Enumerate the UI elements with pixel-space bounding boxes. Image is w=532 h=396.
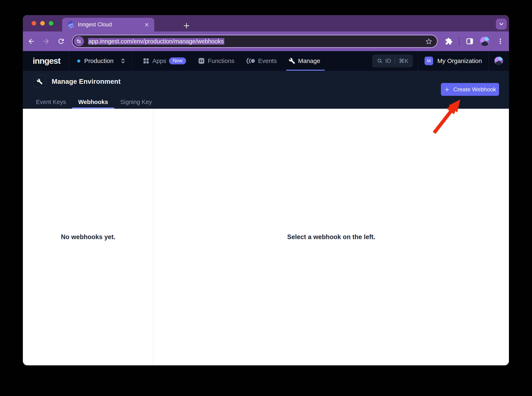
minimize-window-button[interactable] bbox=[40, 21, 45, 26]
tab-event-keys[interactable]: Event Keys bbox=[30, 95, 72, 109]
create-webhook-label: Create Webhook bbox=[453, 86, 496, 93]
nav-item-manage[interactable]: Manage bbox=[289, 51, 320, 71]
organization-menu[interactable]: M My Organization bbox=[418, 57, 488, 65]
manage-tabs: Event Keys Webhooks Signing Key bbox=[30, 95, 158, 109]
nav-divider bbox=[132, 51, 133, 71]
environment-status-dot bbox=[77, 59, 80, 63]
tab-close-button[interactable] bbox=[144, 22, 150, 28]
tab-label: Signing Key bbox=[120, 99, 152, 105]
browser-window: Inngest Cloud bbox=[23, 15, 509, 365]
browser-tab-title: Inngest Cloud bbox=[78, 22, 144, 28]
organization-name: My Organization bbox=[437, 58, 482, 64]
nav-item-label: Manage bbox=[298, 58, 320, 64]
tab-signing-key[interactable]: Signing Key bbox=[114, 95, 158, 109]
side-panel-button[interactable] bbox=[465, 37, 474, 46]
address-bar[interactable]: app.inngest.com/env/production/manage/we… bbox=[72, 35, 438, 48]
url-selected-text: app.inngest.com/env/production/manage/we… bbox=[88, 38, 224, 45]
nav-divider bbox=[488, 51, 489, 71]
browser-tab-strip: Inngest Cloud bbox=[23, 15, 509, 31]
browser-profile-avatar[interactable] bbox=[480, 37, 490, 46]
back-button[interactable] bbox=[27, 37, 36, 46]
wrench-icon bbox=[289, 58, 295, 64]
search-icon bbox=[377, 58, 383, 64]
site-settings-button[interactable] bbox=[74, 36, 84, 47]
side-panel-icon bbox=[466, 37, 474, 45]
toolbar-right-actions bbox=[444, 37, 505, 46]
close-window-button[interactable] bbox=[32, 21, 36, 26]
apps-grid-icon bbox=[143, 58, 150, 64]
forward-arrow-icon bbox=[42, 37, 50, 45]
url-field[interactable]: app.inngest.com/env/production/manage/we… bbox=[88, 38, 425, 45]
nav-right-group: ID ⌘K M My Organization bbox=[372, 51, 509, 71]
page-title: Manage Environment bbox=[52, 78, 121, 85]
page-icon-box bbox=[33, 75, 46, 88]
reload-icon bbox=[57, 37, 65, 45]
close-icon bbox=[144, 22, 149, 27]
plus-icon bbox=[183, 22, 190, 29]
browser-toolbar: app.inngest.com/env/production/manage/we… bbox=[23, 31, 509, 51]
manage-environment-header: Manage Environment Event Keys Webhooks S… bbox=[23, 71, 509, 109]
wrench-icon bbox=[37, 78, 43, 85]
inngest-logo[interactable]: inngest bbox=[33, 56, 60, 66]
environment-name: Production bbox=[84, 58, 113, 64]
tab-webhooks[interactable]: Webhooks bbox=[72, 95, 114, 109]
puzzle-icon bbox=[445, 37, 453, 45]
bookmark-button[interactable] bbox=[425, 37, 433, 45]
create-webhook-button[interactable]: Create Webhook bbox=[441, 83, 499, 96]
zoom-window-button[interactable] bbox=[49, 21, 53, 26]
organization-badge: M bbox=[425, 57, 433, 65]
forward-button[interactable] bbox=[41, 37, 51, 46]
webhook-detail-empty-message: Select a webhook on the left. bbox=[287, 233, 375, 241]
inngest-favicon-icon bbox=[67, 21, 74, 29]
webhooks-empty-message: No webhooks yet. bbox=[61, 233, 116, 241]
nav-item-apps[interactable]: Apps New bbox=[143, 51, 186, 71]
tune-icon bbox=[76, 38, 82, 44]
search-divider bbox=[395, 58, 395, 64]
three-dot-menu-icon bbox=[497, 38, 504, 45]
toolbar-divider bbox=[459, 37, 460, 46]
browser-tab[interactable]: Inngest Cloud bbox=[62, 18, 154, 31]
webhook-detail-pane: Select a webhook on the left. bbox=[154, 109, 509, 365]
environment-selector[interactable]: Production bbox=[69, 58, 132, 64]
nav-item-functions[interactable]: Functions bbox=[198, 51, 234, 71]
new-tab-button[interactable] bbox=[182, 21, 191, 30]
tab-search-button[interactable] bbox=[496, 19, 507, 30]
webhooks-list-pane: No webhooks yet. bbox=[23, 109, 154, 365]
browser-menu-button[interactable] bbox=[496, 37, 505, 46]
active-tab-underline bbox=[72, 107, 114, 109]
tab-label: Event Keys bbox=[36, 99, 66, 105]
chevron-down-icon bbox=[498, 21, 504, 27]
star-icon bbox=[425, 38, 433, 45]
tab-label: Webhooks bbox=[78, 99, 108, 105]
nav-items: Apps New Functions bbox=[143, 51, 332, 71]
search-button[interactable]: ID ⌘K bbox=[372, 55, 413, 67]
unfold-chevrons-icon bbox=[120, 58, 126, 64]
page-title-row: Manage Environment bbox=[33, 75, 121, 88]
window-controls bbox=[32, 21, 53, 26]
search-id-label: ID bbox=[385, 58, 391, 64]
nav-item-label: Events bbox=[258, 58, 277, 64]
functions-code-icon bbox=[198, 58, 205, 64]
back-arrow-icon bbox=[27, 37, 35, 45]
webhooks-page-content: No webhooks yet. Select a webhook on the… bbox=[23, 109, 509, 365]
nav-item-label: Functions bbox=[208, 58, 234, 64]
search-shortcut: ⌘K bbox=[399, 58, 408, 64]
desktop-background: Inngest Cloud bbox=[0, 0, 532, 396]
app-nav-bar: inngest Production bbox=[23, 51, 509, 71]
new-badge: New bbox=[169, 58, 186, 64]
extensions-button[interactable] bbox=[444, 37, 454, 46]
user-avatar[interactable] bbox=[494, 57, 503, 65]
events-waves-icon bbox=[246, 58, 255, 64]
nav-item-label: Apps bbox=[152, 58, 166, 64]
reload-button[interactable] bbox=[56, 37, 66, 46]
plus-icon bbox=[444, 87, 450, 93]
nav-item-events[interactable]: Events bbox=[246, 51, 277, 71]
